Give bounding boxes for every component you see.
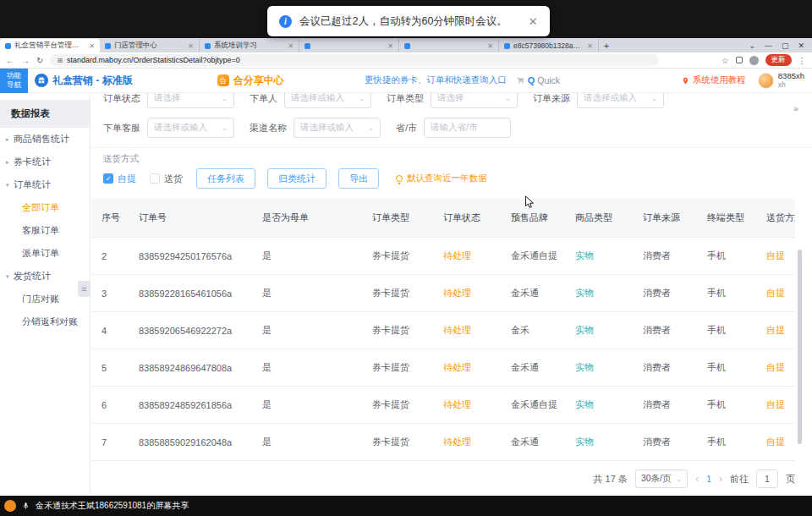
tab-title: 礼盒营销平台管理中心: [14, 41, 85, 51]
filter-select[interactable]: 请选择 ⌄: [431, 93, 518, 108]
sidebar-item[interactable]: 分销返利对账: [0, 310, 90, 333]
tab-title: 系统培训学习: [214, 41, 284, 51]
forward-icon[interactable]: →: [21, 56, 30, 65]
quick-entry-link[interactable]: 更快捷的券卡、订单和快递查询入口: [365, 74, 507, 86]
extensions-icon[interactable]: [736, 57, 743, 63]
back-icon[interactable]: ←: [6, 56, 14, 65]
table-row[interactable]: 4 83859206546922272a 是 券卡提货 待处理 金禾 实物 消费…: [91, 312, 795, 349]
cell-source: 消费者: [633, 436, 697, 448]
cell-product-type-link[interactable]: 实物: [565, 250, 633, 262]
browser-tab[interactable]: ✕: [399, 39, 499, 52]
sidebar-collapse-handle[interactable]: ☰: [78, 281, 91, 297]
sidebar-item[interactable]: 派单订单: [0, 242, 90, 265]
bookmark-star-icon[interactable]: ☆: [721, 56, 729, 65]
user-avatar[interactable]: [758, 73, 774, 89]
toolbar-button[interactable]: 任务列表: [196, 168, 255, 189]
goto-label: 前往: [730, 473, 749, 486]
user-name-block[interactable]: 8385xh xh: [778, 72, 804, 89]
tab-close-icon[interactable]: ✕: [387, 42, 393, 50]
window-maximize-button[interactable]: ▢: [782, 41, 789, 50]
table-row[interactable]: 7 83858859029162048a 是 券卡提货 待处理 金禾通 实物 消…: [91, 424, 795, 461]
filter-placeholder: 请选择或输入: [584, 93, 651, 104]
tutorial-link[interactable]: 系统使用教程: [682, 74, 746, 86]
sidebar-item-label: 全部订单: [22, 201, 59, 214]
cell-product-type-link[interactable]: 实物: [565, 324, 633, 337]
expand-arrow-icon[interactable]: ▾: [6, 182, 14, 189]
sidebar-item[interactable]: ▾ 发货统计: [0, 265, 90, 288]
table-row[interactable]: 6 83858924859261856a 是 券卡提货 待处理 金禾通自提 实物…: [91, 387, 795, 424]
sidebar-section-reports[interactable]: 数据报表: [0, 100, 90, 128]
new-tab-button[interactable]: +: [599, 39, 614, 52]
share-center-link[interactable]: 合 合分享中心: [217, 74, 284, 88]
filter-select[interactable]: 请选择或输入 ⌄: [294, 118, 381, 138]
browser-tabs: 礼盒营销平台管理中心 ✕ 门店管理中心 ✕ 系统培训学习 ✕ ✕: [0, 39, 599, 52]
filter-select[interactable]: 请选择或输入 ⌄: [577, 93, 664, 108]
page-number-current[interactable]: 1: [706, 474, 711, 484]
cell-product-type-link[interactable]: 实物: [565, 361, 633, 374]
window-close-button[interactable]: ✕: [798, 41, 804, 50]
filter-collapse-icon[interactable]: »: [793, 103, 798, 113]
browser-tab[interactable]: 系统培训学习 ✕: [200, 39, 299, 52]
pagination: 共 17 条 30条/页 ⌄ ‹ 1 › 前往 1 页: [91, 469, 812, 488]
browser-tab[interactable]: 礼盒营销平台管理中心 ✕: [0, 39, 100, 52]
sidebar-item[interactable]: ▾ 订单统计: [0, 173, 90, 196]
site-info-icon[interactable]: ⊞: [57, 57, 63, 64]
toolbar-button[interactable]: 导出: [338, 168, 379, 189]
cell-terminal: 手机: [697, 287, 756, 299]
page-size-select[interactable]: 30条/页 ⌄: [635, 469, 688, 488]
reload-icon[interactable]: ↻: [36, 56, 43, 65]
filter-group: 订单状态 请选择 ⌄: [103, 93, 234, 108]
sidebar-item[interactable]: ▸ 券卡统计: [0, 151, 90, 173]
select-arrow-icon: ⌄: [651, 95, 657, 102]
table-row[interactable]: 2 83859294250176576a 是 券卡提货 待处理 金禾通自提 实物…: [91, 238, 795, 275]
quick-q-icon: Q: [528, 75, 535, 85]
sidebar-item[interactable]: 门店对账: [0, 288, 90, 310]
quick-search[interactable]: Q Quick: [517, 75, 560, 85]
table-scrollbar[interactable]: [798, 250, 802, 444]
expand-arrow-icon[interactable]: ▸: [6, 136, 14, 143]
next-page-icon[interactable]: ›: [719, 473, 722, 485]
sidebar-item[interactable]: 客服订单: [0, 219, 90, 242]
cell-product-type-link[interactable]: 实物: [565, 287, 633, 299]
browser-tab[interactable]: 门店管理中心 ✕: [100, 39, 200, 52]
cell-product-type-link[interactable]: 实物: [565, 436, 633, 448]
toast-close-icon[interactable]: ✕: [529, 15, 538, 28]
table-row[interactable]: 3 83859228165461056a 是 券卡提货 待处理 金禾通 实物 消…: [91, 275, 795, 312]
filter-placeholder: 请选择或输入: [291, 93, 359, 104]
cell-delivery: 自提: [756, 287, 795, 299]
browser-tab[interactable]: ✕: [299, 39, 399, 52]
table-row[interactable]: 5 83858924869647808a 是 券卡提货 待处理 金禾通 实物 消…: [91, 349, 795, 387]
microphone-icon: [22, 501, 30, 511]
filter-select[interactable]: 请选择或输入 ⌄: [284, 93, 371, 108]
sidebar-item[interactable]: ▸ 商品销售统计: [0, 128, 90, 151]
expand-arrow-icon[interactable]: ▾: [6, 273, 14, 280]
tab-close-icon[interactable]: ✕: [89, 42, 95, 50]
filter-label: 下单人: [250, 93, 277, 105]
function-nav-toggle[interactable]: 功能 导航: [0, 69, 28, 93]
filter-select[interactable]: 请选择 ⌄: [147, 93, 234, 108]
browser-menu-icon[interactable]: ⋮: [798, 56, 807, 65]
browser-tab-strip: 礼盒营销平台管理中心 ✕ 门店管理中心 ✕ 系统培训学习 ✕ ✕: [0, 38, 812, 52]
browser-profile-avatar[interactable]: [749, 56, 759, 65]
tab-close-icon[interactable]: ✕: [288, 42, 294, 50]
filter-select[interactable]: 请输入省/市: [424, 118, 511, 138]
tab-close-icon[interactable]: ✕: [487, 42, 493, 50]
filter-select[interactable]: 请选择或输入 ⌄: [147, 118, 234, 138]
browser-tab[interactable]: e8c573980b1328a258fd2e6… ✕: [499, 39, 599, 52]
tab-close-icon[interactable]: ✕: [587, 42, 593, 50]
toolbar-button[interactable]: 归类统计: [267, 168, 326, 189]
sidebar-item[interactable]: 全部订单: [0, 196, 90, 219]
tabs-menu-icon[interactable]: ⌄: [749, 41, 755, 50]
checkbox-delivery[interactable]: 送货: [150, 173, 183, 185]
cell-order-no: 83858924859261856a: [129, 400, 252, 410]
tab-close-icon[interactable]: ✕: [188, 42, 194, 50]
prev-page-icon[interactable]: ‹: [695, 473, 699, 485]
goto-page-input[interactable]: 1: [756, 469, 778, 488]
window-minimize-button[interactable]: —: [765, 41, 772, 50]
sidebar-item-label: 订单统计: [14, 178, 51, 191]
address-input[interactable]: ⊞ standard.maboy.cn/OrderStatisticsDetai…: [50, 54, 659, 66]
expand-arrow-icon[interactable]: ▸: [6, 159, 14, 166]
browser-update-button[interactable]: 更新: [765, 54, 792, 66]
checkbox-self-pickup[interactable]: ✓ 自提: [103, 173, 136, 185]
cell-product-type-link[interactable]: 实物: [565, 398, 633, 411]
